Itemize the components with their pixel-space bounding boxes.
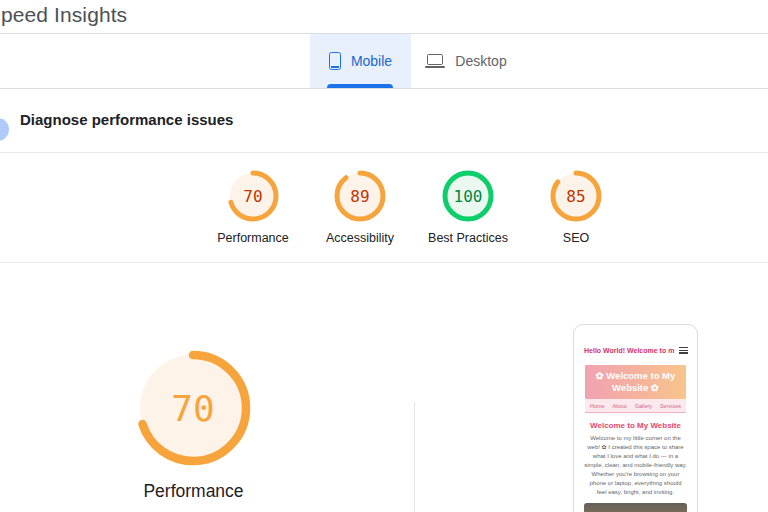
desktop-laptop-icon: [425, 53, 445, 69]
screenshot-landscape-image: [584, 503, 687, 512]
screenshot-nav: Home About Gallery Services: [585, 399, 686, 413]
score-accessibility[interactable]: 89 Accessibility: [300, 168, 420, 245]
score-seo-value: 85: [548, 168, 604, 224]
performance-gauge-label: Performance: [96, 481, 291, 502]
screenshot-nav-services: Services: [660, 403, 681, 409]
tab-desktop[interactable]: Desktop: [416, 34, 516, 88]
score-best-practices[interactable]: 100 Best Practices: [408, 168, 528, 245]
mobile-phone-icon: [329, 52, 341, 70]
screenshot-site-header: Hello World! Welcome to m: [574, 325, 697, 363]
score-performance-label: Performance: [193, 231, 313, 245]
score-best-practices-circle: 100: [440, 168, 496, 224]
menu-icon: [679, 347, 688, 354]
screenshot-body-text: Welcome to my little corner on the web! …: [584, 434, 687, 497]
screenshot-hero-banner: ✿ Welcome to My Website ✿: [585, 365, 686, 399]
screenshot-page-heading: Welcome to My Website: [574, 421, 697, 430]
tab-mobile-label: Mobile: [351, 53, 392, 69]
score-best-practices-label: Best Practices: [408, 231, 528, 245]
pagespeed-insights-page: peed Insights Mobile Desktop Diagnose pe…: [0, 0, 768, 512]
page-title: peed Insights: [1, 3, 127, 27]
diagnose-divider: [0, 152, 768, 153]
score-performance-circle: 70: [225, 168, 281, 224]
score-performance-value: 70: [225, 168, 281, 224]
score-accessibility-label: Accessibility: [300, 231, 420, 245]
screenshot-hero-text: ✿ Welcome to My Website ✿: [591, 370, 680, 394]
scores-divider: [0, 262, 768, 263]
score-accessibility-value: 89: [332, 168, 388, 224]
score-accessibility-circle: 89: [332, 168, 388, 224]
score-best-practices-value: 100: [440, 168, 496, 224]
lighthouse-icon: [0, 118, 9, 141]
diagnose-section-header: Diagnose performance issues: [0, 89, 768, 152]
score-seo-label: SEO: [516, 231, 636, 245]
screenshot-nav-about: About: [612, 403, 626, 409]
performance-gauge-value: 70: [134, 349, 252, 467]
tab-desktop-label: Desktop: [455, 53, 506, 69]
performance-gauge-circle: 70: [134, 349, 252, 467]
screenshot-nav-gallery: Gallery: [635, 403, 652, 409]
screenshot-nav-home: Home: [590, 403, 605, 409]
score-seo[interactable]: 85 SEO: [516, 168, 636, 245]
performance-gauge[interactable]: 70: [134, 349, 252, 467]
screenshot-thumbnail: Hello World! Welcome to m ✿ Welcome to M…: [573, 324, 698, 512]
section-vertical-divider: [414, 402, 415, 512]
diagnose-label: Diagnose performance issues: [20, 111, 233, 128]
score-performance[interactable]: 70 Performance: [193, 168, 313, 245]
score-seo-circle: 85: [548, 168, 604, 224]
tab-mobile[interactable]: Mobile: [310, 34, 411, 88]
screenshot-site-title: Hello World! Welcome to m: [584, 347, 680, 354]
